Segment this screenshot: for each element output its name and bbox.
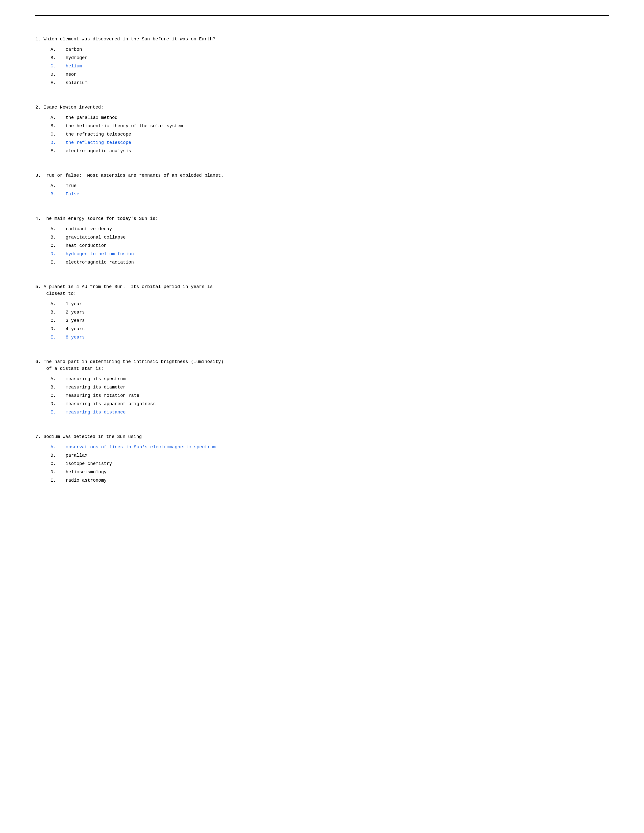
options-list-5: A.1 yearB.2 yearsC.3 yearsD.4 yearsE.8 y… <box>35 301 609 341</box>
option-text: 8 years <box>66 334 85 341</box>
question-block-6: 6. The hard part in determining the intr… <box>35 359 609 416</box>
option-label: A. <box>50 376 66 383</box>
option-text: heat conduction <box>66 242 106 249</box>
option-label: D. <box>50 251 66 257</box>
option-item: E.electromagnetic analysis <box>50 148 609 154</box>
option-text: measuring its diameter <box>66 384 126 391</box>
option-text: isotope chemistry <box>66 460 112 467</box>
option-label: D. <box>50 469 66 476</box>
option-label: D. <box>50 400 66 407</box>
options-list-1: A.carbonB.hydrogenC.heliumD.neonE.solari… <box>35 46 609 86</box>
option-text: radioactive decay <box>66 226 112 233</box>
option-label: C. <box>50 63 66 70</box>
option-label: C. <box>50 460 66 467</box>
option-label: E. <box>50 409 66 416</box>
option-item: A.observations of lines in Sun's electro… <box>50 444 609 450</box>
questions-container: 1. Which element was discovered in the S… <box>35 36 609 484</box>
options-list-2: A.the parallax methodB.the heliocentric … <box>35 114 609 154</box>
option-text: True <box>66 182 77 189</box>
option-label: B. <box>50 191 66 198</box>
option-item: E.8 years <box>50 334 609 341</box>
option-label: A. <box>50 114 66 121</box>
option-item: D.neon <box>50 71 609 78</box>
option-label: D. <box>50 326 66 333</box>
option-label: B. <box>50 452 66 459</box>
question-text-1: 1. Which element was discovered in the S… <box>35 36 609 43</box>
option-text: observations of lines in Sun's electroma… <box>66 444 216 450</box>
option-item: D.the reflecting telescope <box>50 139 609 146</box>
option-label: A. <box>50 182 66 189</box>
option-label: C. <box>50 317 66 324</box>
option-item: D.4 years <box>50 326 609 333</box>
option-item: C.measuring its rotation rate <box>50 392 609 399</box>
option-item: A.measuring its spectrum <box>50 376 609 383</box>
option-label: E. <box>50 477 66 484</box>
question-text-4: 4. The main energy source for today's Su… <box>35 215 609 222</box>
option-text: the refracting telescope <box>66 131 131 138</box>
question-block-4: 4. The main energy source for today's Su… <box>35 215 609 266</box>
options-list-6: A.measuring its spectrumB.measuring its … <box>35 376 609 416</box>
question-text-2: 2. Isaac Newton invented: <box>35 104 609 111</box>
option-label: C. <box>50 392 66 399</box>
option-item: B.measuring its diameter <box>50 384 609 391</box>
question-block-1: 1. Which element was discovered in the S… <box>35 36 609 86</box>
option-label: A. <box>50 444 66 450</box>
option-item: E.radio astronomy <box>50 477 609 484</box>
option-text: the heliocentric theory of the solar sys… <box>66 123 183 130</box>
question-text-3: 3. True or false: Most asteroids are rem… <box>35 172 609 179</box>
option-text: measuring its spectrum <box>66 376 126 383</box>
option-text: False <box>66 191 79 198</box>
option-label: B. <box>50 123 66 130</box>
option-label: B. <box>50 55 66 61</box>
question-block-3: 3. True or false: Most asteroids are rem… <box>35 172 609 198</box>
option-label: B. <box>50 309 66 316</box>
option-text: hydrogen to helium fusion <box>66 251 134 257</box>
option-label: D. <box>50 71 66 78</box>
option-label: E. <box>50 148 66 154</box>
option-item: C.isotope chemistry <box>50 460 609 467</box>
option-label: C. <box>50 242 66 249</box>
option-label: B. <box>50 384 66 391</box>
option-item: E.solarium <box>50 79 609 86</box>
option-text: neon <box>66 71 77 78</box>
option-label: B. <box>50 234 66 241</box>
option-item: D.measuring its apparent brightness <box>50 400 609 407</box>
option-item: B.the heliocentric theory of the solar s… <box>50 123 609 130</box>
option-item: D.helioseismology <box>50 469 609 476</box>
option-label: A. <box>50 226 66 233</box>
option-item: B.False <box>50 191 609 198</box>
option-text: 3 years <box>66 317 85 324</box>
options-list-4: A.radioactive decayB.gravitational colla… <box>35 226 609 266</box>
question-text-7: 7. Sodium was detected in the Sun using <box>35 433 609 440</box>
options-list-7: A.observations of lines in Sun's electro… <box>35 444 609 484</box>
option-text: parallax <box>66 452 87 459</box>
option-item: E.measuring its distance <box>50 409 609 416</box>
option-item: C.helium <box>50 63 609 70</box>
option-item: A.the parallax method <box>50 114 609 121</box>
option-text: electromagnetic radiation <box>66 259 134 266</box>
option-text: measuring its rotation rate <box>66 392 139 399</box>
option-text: helioseismology <box>66 469 106 476</box>
option-text: carbon <box>66 46 82 53</box>
option-label: E. <box>50 79 66 86</box>
option-label: E. <box>50 259 66 266</box>
option-item: A.True <box>50 182 609 189</box>
page: 1. Which element was discovered in the S… <box>0 0 644 833</box>
option-text: solarium <box>66 79 87 86</box>
option-item: B.parallax <box>50 452 609 459</box>
option-label: C. <box>50 131 66 138</box>
option-text: measuring its apparent brightness <box>66 400 156 407</box>
option-label: A. <box>50 301 66 307</box>
option-item: C.the refracting telescope <box>50 131 609 138</box>
question-block-5: 5. A planet is 4 AU from the Sun. Its or… <box>35 283 609 341</box>
question-text-6: 6. The hard part in determining the intr… <box>35 359 609 372</box>
option-item: B.hydrogen <box>50 55 609 61</box>
option-label: D. <box>50 139 66 146</box>
option-text: radio astronomy <box>66 477 106 484</box>
option-text: helium <box>66 63 82 70</box>
option-item: B.2 years <box>50 309 609 316</box>
option-item: A.radioactive decay <box>50 226 609 233</box>
option-text: measuring its distance <box>66 409 126 416</box>
option-text: hydrogen <box>66 55 87 61</box>
option-item: C.3 years <box>50 317 609 324</box>
